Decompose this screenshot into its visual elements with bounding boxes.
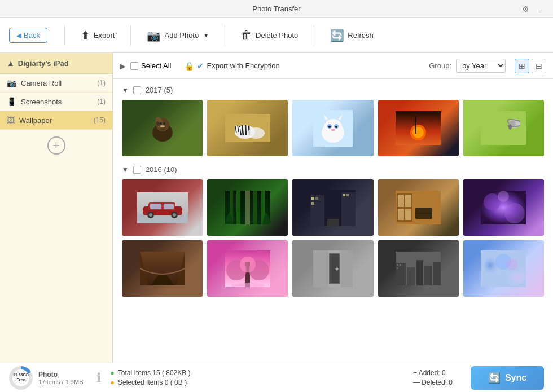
photo-item-bw-city[interactable]	[378, 240, 459, 297]
year-label-2017: 2017 (5)	[146, 86, 173, 94]
photo-item-car[interactable]	[122, 179, 203, 236]
svg-rect-65	[405, 209, 411, 220]
export-button[interactable]: ⬆ Export	[73, 25, 123, 46]
svg-point-77	[240, 257, 256, 272]
export-encryption-toggle[interactable]: 🔒 ✔ Export with Encryption	[185, 61, 279, 71]
photo-render-room	[378, 179, 459, 236]
screenshots-label: Screenshots	[21, 98, 62, 106]
svg-point-26	[331, 129, 335, 131]
svg-point-44	[173, 213, 176, 217]
photo-render-bird	[463, 100, 544, 156]
selected-items-row: ● Selected Items 0 ( 0B )	[110, 378, 190, 386]
photo-item-abstract[interactable]	[463, 179, 544, 236]
storage-info: 11.66GB Free Photo 17items / 1.9MB	[9, 366, 83, 390]
export-icon: ⬆	[81, 29, 90, 42]
photo-type-label: Photo	[38, 371, 83, 378]
sidebar-item-screenshots[interactable]: 📱 Screenshots (1)	[0, 93, 112, 111]
add-photo-label: Add Photo	[164, 31, 199, 39]
photo-item-cat[interactable]	[292, 100, 373, 156]
svg-rect-46	[245, 191, 250, 224]
year-header-2017: ▼ 2017 (5)	[122, 86, 544, 94]
photo-item-city-street[interactable]	[292, 179, 373, 236]
refresh-button[interactable]: 🔄 Refresh	[322, 25, 381, 46]
svg-rect-56	[341, 192, 356, 226]
title-bar: Photo Transfer ⚙ —	[0, 0, 553, 18]
toolbar-divider-4	[314, 25, 314, 46]
settings-icon[interactable]: ⚙	[519, 3, 532, 15]
photo-render-bw-city	[378, 240, 459, 297]
svg-rect-55	[311, 202, 314, 205]
year-checkbox-2017[interactable]	[133, 86, 141, 94]
svg-rect-63	[405, 195, 411, 207]
svg-rect-53	[311, 197, 314, 200]
svg-point-71	[498, 191, 509, 202]
device-name: Digiarty's iPad	[18, 59, 69, 68]
photo-item-canyon[interactable]	[122, 240, 203, 297]
selected-items-label: Selected Items 0 ( 0B )	[118, 378, 187, 386]
collapse-button[interactable]: ▶	[120, 61, 126, 71]
photo-render-door	[292, 240, 373, 297]
sync-button[interactable]: 🔄 Sync	[471, 366, 544, 390]
svg-rect-31	[481, 111, 526, 145]
sidebar-item-wallpaper[interactable]: 🖼 Wallpaper (15)	[0, 111, 112, 130]
sidebar-item-camera-roll[interactable]: 📷 Camera Roll (1)	[0, 74, 112, 93]
year-section-2016: ▼ 2016 (10)	[122, 165, 544, 297]
svg-rect-58	[346, 194, 349, 196]
svg-line-11	[245, 125, 246, 135]
status-right: + Added: 0 — Deleted: 0	[413, 369, 453, 386]
svg-rect-48	[236, 191, 240, 224]
add-album-button[interactable]: +	[47, 136, 65, 155]
photo-render-zebra	[207, 100, 288, 156]
back-button[interactable]: ◀ Back	[9, 28, 47, 43]
year-label-2016: 2016 (10)	[146, 165, 177, 174]
photo-items-label: 17items / 1.9MB	[38, 378, 83, 385]
photo-render-squirrel	[122, 100, 203, 156]
grid-view-small-button[interactable]: ⊞	[515, 59, 529, 73]
photo-item-squirrel[interactable]	[122, 100, 203, 156]
content-area: ▶ Select All 🔒 ✔ Export with Encryption …	[113, 53, 553, 363]
photo-item-room[interactable]	[378, 179, 459, 236]
storage-circle: 11.66GB Free	[9, 366, 33, 390]
add-photo-button[interactable]: 📷 Add Photo ▼	[139, 25, 217, 46]
group-select[interactable]: by Year by Month by Day	[456, 59, 506, 73]
svg-rect-87	[407, 267, 415, 285]
photo-item-sunset[interactable]	[378, 100, 459, 156]
svg-point-42	[149, 213, 152, 217]
photo-item-door[interactable]	[292, 240, 373, 297]
photo-item-forest[interactable]	[207, 179, 288, 236]
photo-item-bird[interactable]	[463, 100, 544, 156]
refresh-label: Refresh	[348, 31, 374, 39]
photo-item-watercolor[interactable]	[463, 240, 544, 297]
photo-render-cat	[292, 100, 373, 156]
svg-rect-64	[398, 209, 404, 220]
group-label: Group:	[429, 61, 451, 70]
svg-rect-88	[416, 260, 423, 285]
total-items-dot: ●	[110, 369, 114, 377]
photo-grid-2016	[122, 179, 544, 297]
svg-rect-62	[398, 195, 404, 207]
toolbar-divider-1	[64, 25, 65, 46]
year-checkbox-2016[interactable]	[133, 166, 141, 174]
photo-item-pink-trees[interactable]	[207, 240, 288, 297]
sidebar: ▲ Digiarty's iPad 📷 Camera Roll (1) 📱 Sc…	[0, 53, 113, 363]
storage-free: Free	[17, 378, 25, 382]
select-all-checkbox[interactable]: Select All	[130, 61, 171, 70]
grid-view-large-button[interactable]: ⊟	[532, 59, 546, 73]
svg-rect-52	[310, 195, 324, 226]
minimize-icon[interactable]: —	[536, 3, 548, 15]
svg-rect-39	[150, 204, 161, 209]
svg-rect-90	[433, 262, 441, 285]
photo-item-zebra[interactable]	[207, 100, 288, 156]
delete-photo-button[interactable]: 🗑 Delete Photo	[233, 25, 306, 45]
svg-point-82	[335, 267, 338, 270]
select-all-checkbox-box[interactable]	[130, 62, 138, 70]
svg-point-24	[328, 126, 331, 128]
app-title: Photo Transfer	[252, 5, 300, 13]
year-toggle-2017[interactable]: ▼	[122, 86, 129, 94]
year-toggle-2016[interactable]: ▼	[122, 166, 129, 174]
photo-area: ▼ 2017 (5)	[113, 79, 553, 363]
added-label: + Added: 0	[413, 369, 453, 377]
screenshots-count: (1)	[97, 98, 106, 105]
total-items-row: ● Total Items 15 ( 802KB )	[110, 369, 190, 377]
svg-rect-91	[397, 264, 398, 266]
